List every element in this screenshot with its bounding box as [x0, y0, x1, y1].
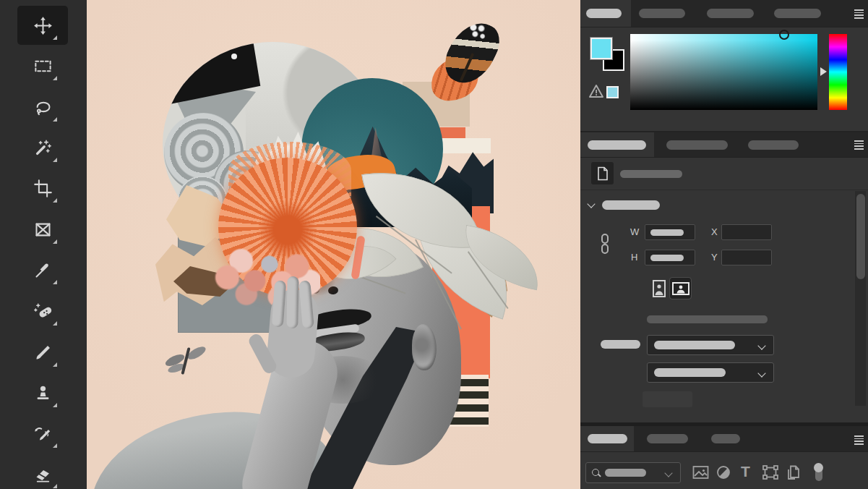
dropdown-1[interactable]: [647, 335, 774, 355]
width-input[interactable]: [645, 224, 695, 240]
tool-flyout-triangle: [53, 158, 57, 162]
tool-flyout-triangle: [53, 117, 57, 122]
section-title-placeholder: [602, 200, 660, 210]
layers-tab-3[interactable]: [702, 426, 749, 451]
body: [181, 347, 190, 375]
panel-menu-icon[interactable]: [854, 140, 864, 150]
hue-slider-pointer[interactable]: [820, 67, 827, 76]
brush-icon: [33, 343, 53, 362]
panel-menu-icon[interactable]: [854, 435, 864, 445]
eyedropper-tool-button[interactable]: [25, 252, 60, 287]
ghost-button[interactable]: [643, 391, 692, 407]
tool-flyout-triangle: [53, 484, 57, 488]
width-label: W: [630, 226, 639, 237]
collage-finger: [286, 276, 298, 328]
lasso-icon: [33, 98, 53, 117]
properties-tab-1[interactable]: [580, 132, 654, 157]
shape-layer-filter-button[interactable]: [762, 465, 778, 482]
dropdown-2[interactable]: [647, 362, 774, 383]
properties-tab-2[interactable]: [655, 132, 740, 157]
document-thumbnail[interactable]: [591, 162, 614, 184]
section-collapse-chevron-icon[interactable]: [587, 200, 595, 208]
rectangular-marquee-icon: [33, 56, 53, 76]
layers-tab-2[interactable]: [635, 426, 701, 451]
color-panel-tab-3[interactable]: [696, 0, 765, 27]
properties-tab-3[interactable]: [741, 132, 808, 157]
tool-flyout-triangle: [53, 35, 57, 40]
healing-brush-tool-button[interactable]: [25, 294, 60, 328]
canvas[interactable]: [87, 0, 580, 489]
tab-pill: [588, 140, 646, 150]
saturation-brightness-field[interactable]: [630, 34, 817, 110]
tab-pill: [588, 434, 627, 443]
pixel-layer-filter-button[interactable]: [692, 465, 709, 482]
tab-pill: [748, 140, 799, 150]
foreground-color-swatch[interactable]: [590, 38, 612, 59]
tab-pill: [647, 434, 688, 443]
marquee-tool-button[interactable]: [25, 48, 60, 83]
photo-editor-window: W X H Y: [0, 0, 868, 489]
collage-butterfly: [421, 20, 502, 106]
panel-menu-icon[interactable]: [854, 9, 864, 19]
layers-tab-1[interactable]: [580, 426, 634, 451]
magic-wand-icon: [33, 138, 53, 158]
properties-tabbar: [580, 132, 868, 158]
tool-flyout-triangle: [53, 76, 57, 80]
value-placeholder: [650, 255, 684, 261]
crop-tool-button[interactable]: [25, 171, 60, 205]
hue-strip[interactable]: [829, 34, 847, 110]
height-input[interactable]: [645, 250, 695, 265]
type-layer-filter-button[interactable]: T: [741, 464, 750, 480]
y-input[interactable]: [721, 250, 772, 265]
tool-flyout-triangle: [53, 239, 57, 244]
pixel-layer-icon: [692, 465, 709, 480]
move-tool-button[interactable]: [25, 8, 60, 43]
magic-wand-tool-button[interactable]: [25, 130, 60, 165]
x-input[interactable]: [721, 224, 772, 240]
height-label: H: [631, 252, 637, 263]
chevron-down-icon: [757, 341, 765, 349]
adjustment-layer-filter-button[interactable]: [716, 465, 731, 482]
brush-tool-button[interactable]: [25, 335, 60, 370]
lasso-tool-button[interactable]: [25, 90, 60, 124]
landscape-orientation-button[interactable]: [670, 278, 691, 299]
scrollbar-thumb[interactable]: [856, 194, 865, 279]
color-panel-tabbar: [580, 0, 868, 27]
gamut-color-swatch[interactable]: [606, 86, 619, 98]
slice-tool-button[interactable]: [25, 212, 60, 247]
color-panel-tab-1[interactable]: [580, 0, 631, 27]
toggle-knob: [814, 463, 823, 472]
smart-object-icon: [786, 465, 801, 481]
smart-object-filter-button[interactable]: [786, 465, 801, 484]
tab-pill: [707, 9, 754, 18]
document-icon: [596, 166, 609, 181]
history-brush-tool-button[interactable]: [25, 416, 60, 451]
portrait-orientation-button[interactable]: [648, 278, 669, 299]
tool-flyout-triangle: [53, 321, 57, 326]
tool-flyout-triangle: [53, 198, 57, 203]
color-panel-tab-2[interactable]: [632, 0, 695, 27]
clone-stamp-tool-button[interactable]: [25, 375, 60, 410]
dropdown-label-placeholder: [601, 340, 640, 349]
document-name-placeholder: [620, 170, 682, 178]
value-placeholder: [650, 229, 684, 236]
healing-brush-icon: [33, 302, 53, 321]
color-picker-handle[interactable]: [779, 30, 789, 40]
layer-filter-search[interactable]: [585, 462, 681, 483]
eraser-tool-button[interactable]: [25, 456, 60, 489]
y-label: Y: [711, 252, 718, 263]
move-icon: [33, 16, 53, 35]
tool-flyout-triangle: [53, 443, 57, 448]
gamut-warning-icon: [589, 85, 603, 98]
constrain-proportions-icon[interactable]: [599, 233, 611, 255]
selected-value-placeholder: [654, 368, 726, 377]
landscape-icon: [671, 281, 690, 296]
panel-scrollbar[interactable]: [855, 191, 866, 406]
tab-pill: [586, 9, 622, 18]
history-brush-icon: [33, 424, 53, 443]
tool-flyout-triangle: [53, 280, 57, 284]
portrait-icon: [652, 279, 666, 298]
info-bar-placeholder: [647, 315, 768, 323]
color-panel-tab-4[interactable]: [766, 0, 830, 27]
filter-toggle-icon[interactable]: [813, 463, 824, 482]
